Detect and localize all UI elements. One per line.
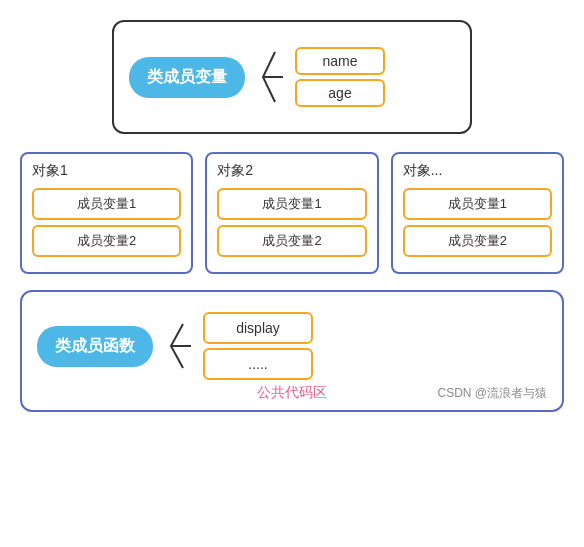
function-display: display: [203, 312, 313, 344]
object-3-member2: 成员变量2: [403, 225, 552, 257]
object-2-box: 对象2 成员变量1 成员变量2: [205, 152, 378, 274]
field-age: age: [295, 79, 385, 107]
object-1-member1: 成员变量1: [32, 188, 181, 220]
object-1-box: 对象1 成员变量1 成员变量2: [20, 152, 193, 274]
arrow-bracket-bottom-icon: [163, 316, 193, 376]
object-3-title: 对象...: [403, 162, 552, 180]
section-label: 公共代码区: [257, 384, 327, 402]
class-member-function-pill: 类成员函数: [37, 326, 153, 367]
function-etc: .....: [203, 348, 313, 380]
object-1-member2: 成员变量2: [32, 225, 181, 257]
field-name: name: [295, 47, 385, 75]
object-3-member1: 成员变量1: [403, 188, 552, 220]
diagram-container: 类成员变量 name age 对象1 成员变量1 成员变量2 对象2 成员变量1…: [0, 0, 584, 547]
watermark: CSDN @流浪者与猿: [437, 385, 547, 402]
object-3-box: 对象... 成员变量1 成员变量2: [391, 152, 564, 274]
object-2-member1: 成员变量1: [217, 188, 366, 220]
bottom-section: 类成员函数 display ..... 公共代码区 CSDN @流浪者与猿: [20, 290, 564, 412]
object-1-title: 对象1: [32, 162, 181, 180]
function-boxes: display .....: [203, 312, 313, 380]
class-member-variable-pill: 类成员变量: [129, 57, 245, 98]
field-boxes: name age: [295, 47, 385, 107]
middle-section: 对象1 成员变量1 成员变量2 对象2 成员变量1 成员变量2 对象... 成员…: [20, 152, 564, 274]
arrow-bracket-icon: [255, 42, 285, 112]
object-2-title: 对象2: [217, 162, 366, 180]
object-2-member2: 成员变量2: [217, 225, 366, 257]
top-section: 类成员变量 name age: [112, 20, 472, 134]
